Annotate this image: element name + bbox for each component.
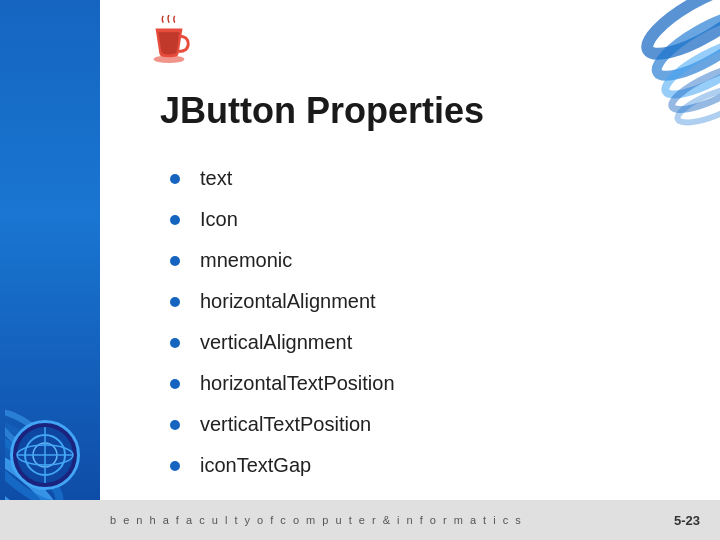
bullet-text: horizontalTextPosition (200, 372, 395, 395)
list-item: verticalTextPosition (170, 413, 680, 436)
list-item: mnemonic (170, 249, 680, 272)
list-item: horizontalAlignment (170, 290, 680, 313)
list-item: verticalAlignment (170, 331, 680, 354)
bullet-dot (170, 256, 180, 266)
institution-text: B e n h a f a c u l t y o f c o m p u t … (110, 514, 523, 526)
bullet-dot (170, 379, 180, 389)
bullet-dot (170, 174, 180, 184)
bullet-text: verticalAlignment (200, 331, 352, 354)
list-item: horizontalTextPosition (170, 372, 680, 395)
svg-point-9 (154, 55, 185, 63)
bullet-text: verticalTextPosition (200, 413, 371, 436)
bullet-text: mnemonic (200, 249, 292, 272)
java-icon (145, 15, 193, 69)
bullet-text: iconTextGap (200, 454, 311, 477)
bullet-list: textIconmnemonichorizontalAlignmentverti… (150, 167, 680, 477)
list-item: Icon (170, 208, 680, 231)
logo-area (10, 420, 90, 500)
bullet-dot (170, 215, 180, 225)
bullet-dot (170, 461, 180, 471)
bottom-bar: B e n h a f a c u l t y o f c o m p u t … (0, 500, 720, 540)
bullet-text: horizontalAlignment (200, 290, 376, 313)
slide-number: 5-23 (674, 513, 700, 528)
bullet-dot (170, 338, 180, 348)
list-item: iconTextGap (170, 454, 680, 477)
swirl-top-right-decoration (600, 0, 720, 160)
logo-circle (10, 420, 80, 490)
bullet-dot (170, 297, 180, 307)
bullet-text: Icon (200, 208, 238, 231)
bullet-text: text (200, 167, 232, 190)
bullet-dot (170, 420, 180, 430)
list-item: text (170, 167, 680, 190)
